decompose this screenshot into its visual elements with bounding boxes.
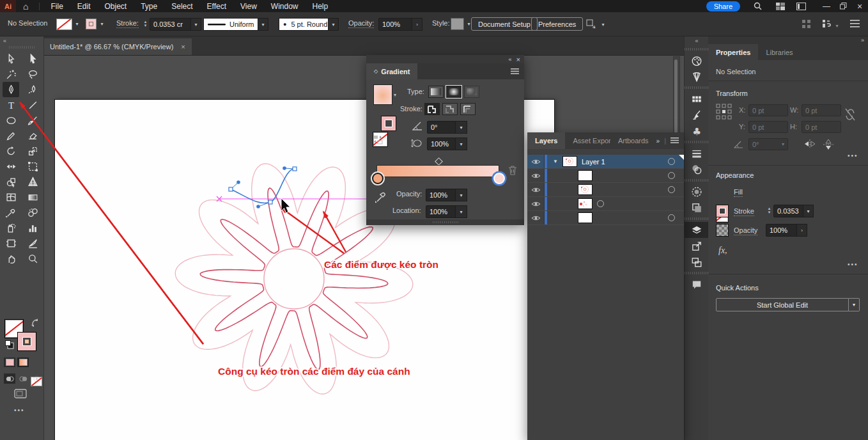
tool-hand[interactable] xyxy=(3,251,19,266)
fill-color-swatch[interactable] xyxy=(86,19,97,29)
tool-shape-builder[interactable] xyxy=(3,174,19,189)
tool-type[interactable]: T xyxy=(3,97,19,113)
reference-point-icon[interactable] xyxy=(716,104,732,122)
appearance-stroke-label[interactable]: Stroke xyxy=(734,207,754,216)
collapse-properties-icon[interactable]: » xyxy=(861,37,864,43)
stroke-weight-label[interactable]: Stroke: xyxy=(116,19,139,28)
start-global-edit-button[interactable]: Start Global Edit xyxy=(716,298,849,311)
tool-curvature[interactable] xyxy=(24,82,41,97)
tab-artboards[interactable]: Artboards xyxy=(610,132,656,149)
tool-mesh[interactable] xyxy=(3,189,19,205)
layer-row[interactable] xyxy=(527,211,684,225)
tool-slice[interactable] xyxy=(24,235,41,251)
share-button[interactable]: Share xyxy=(706,1,740,12)
handle-point[interactable] xyxy=(283,166,286,170)
dock-brushes-icon[interactable] xyxy=(685,107,709,123)
menu-edit[interactable]: Edit xyxy=(70,0,98,12)
appearance-fill-label[interactable]: Fill xyxy=(734,188,743,197)
dock-gradient-icon[interactable] xyxy=(685,184,709,200)
layer-name[interactable]: Layer 1 xyxy=(582,158,605,166)
dock-grip[interactable] xyxy=(685,272,710,274)
tool-eyedropper[interactable] xyxy=(3,205,19,220)
location-dropdown-icon[interactable]: ▾ xyxy=(455,205,467,218)
tab-libraries[interactable]: Libraries xyxy=(758,44,800,60)
dock-appearance-icon[interactable] xyxy=(685,200,709,216)
width-profile-field[interactable]: Uniform xyxy=(203,18,266,31)
menu-file[interactable]: File xyxy=(43,0,70,12)
gradient-midpoint-marker[interactable] xyxy=(435,157,443,166)
gradient-opacity-dropdown-icon[interactable]: ▾ xyxy=(455,189,467,201)
tool-line-segment[interactable] xyxy=(24,97,41,113)
appearance-stroke-swatch[interactable] xyxy=(716,205,729,217)
panel-menu-icon[interactable] xyxy=(511,63,524,79)
bezier-edit-path[interactable] xyxy=(229,166,297,208)
layer-row[interactable] xyxy=(527,197,684,211)
touch-workspace-icon[interactable] xyxy=(802,20,810,28)
handle-point[interactable] xyxy=(236,180,240,184)
app-logo[interactable]: Ai xyxy=(0,0,16,12)
color-mode-button[interactable] xyxy=(4,358,15,367)
dock-color-guide-icon[interactable] xyxy=(685,68,709,84)
layer-target-icon[interactable] xyxy=(668,172,675,179)
dock-swatches-icon[interactable] xyxy=(685,91,709,107)
draw-behind-mode-icon[interactable] xyxy=(17,373,29,384)
transform-more-options-icon[interactable]: ••• xyxy=(848,152,858,159)
angle-dropdown-icon[interactable]: ▾ xyxy=(455,121,467,134)
flip-horizontal-icon[interactable] xyxy=(804,139,816,150)
visibility-eye-icon[interactable] xyxy=(527,183,545,196)
menu-window[interactable]: Window xyxy=(264,0,306,12)
gradient-stop-right[interactable] xyxy=(493,173,505,184)
tool-direct-selection[interactable] xyxy=(24,51,41,67)
menu-object[interactable]: Object xyxy=(98,0,134,12)
tool-rotate[interactable] xyxy=(3,143,19,159)
global-edit-dropdown-icon[interactable]: ▾ xyxy=(849,298,860,311)
workspace-switcher-icon[interactable] xyxy=(772,0,789,12)
tool-ellipse[interactable] xyxy=(3,113,19,128)
gradient-slider-bar[interactable] xyxy=(376,165,499,177)
dock-grip[interactable] xyxy=(685,141,710,143)
delete-stop-icon[interactable] xyxy=(508,165,517,177)
expand-layer-icon[interactable]: ▼ xyxy=(548,159,562,164)
dock-grip[interactable] xyxy=(685,48,710,51)
collapse-panel-icon[interactable]: « xyxy=(509,56,512,63)
tool-perspective-grid[interactable] xyxy=(24,174,41,189)
document-setup-button[interactable]: Document Setup xyxy=(471,17,538,31)
layer-target-icon[interactable] xyxy=(668,214,675,221)
panel-stroke-swatch[interactable] xyxy=(381,116,396,131)
panel-layout-icon[interactable] xyxy=(793,0,809,12)
stroke-weight-field[interactable]: 0.0353 cr xyxy=(150,18,197,31)
style-swatch[interactable] xyxy=(451,18,464,30)
opacity-label[interactable]: Opacity: xyxy=(348,19,374,28)
reverse-gradient-icon[interactable] xyxy=(373,135,383,146)
document-tab[interactable]: Untitled-1* @ 66.67 % (CMYK/Preview) × xyxy=(43,38,192,55)
stroke-weight-stepper[interactable]: ▲▼ xyxy=(142,18,149,29)
layer-target-icon[interactable] xyxy=(668,186,675,193)
stroke-weight-dropdown-icon[interactable]: ▾ xyxy=(190,18,201,31)
h-field[interactable]: 0 pt xyxy=(802,121,841,133)
tool-column-graph[interactable] xyxy=(24,220,41,235)
tool-pen[interactable] xyxy=(3,82,19,97)
flip-vertical-icon[interactable] xyxy=(823,139,833,151)
dock-comments-icon[interactable] xyxy=(685,276,709,292)
gradient-mode-button[interactable] xyxy=(17,358,29,367)
close-panel-icon[interactable]: × xyxy=(516,56,520,63)
constrain-proportions-icon[interactable] xyxy=(844,107,856,123)
appearance-opacity-label[interactable]: Opacity xyxy=(734,226,757,235)
tool-selection[interactable] xyxy=(3,51,19,67)
layer-name[interactable] xyxy=(597,200,613,207)
stroke-across-button[interactable] xyxy=(460,103,476,115)
layer-thumbnail[interactable] xyxy=(578,184,593,195)
visibility-eye-icon[interactable] xyxy=(527,169,545,182)
stroke-swatch[interactable] xyxy=(17,332,36,351)
visibility-eye-icon[interactable] xyxy=(527,155,545,168)
tool-paintbrush[interactable] xyxy=(24,113,41,128)
tool-scale[interactable] xyxy=(24,143,41,159)
visibility-eye-icon[interactable] xyxy=(527,197,545,210)
close-button[interactable]: × xyxy=(851,0,868,12)
layer-thumbnail[interactable] xyxy=(578,170,593,181)
dock-artboards-icon[interactable] xyxy=(685,254,709,270)
menu-type[interactable]: Type xyxy=(134,0,164,12)
home-icon[interactable]: ⌂ xyxy=(16,0,35,12)
menu-effect[interactable]: Effect xyxy=(200,0,233,12)
layer-thumbnail[interactable] xyxy=(578,212,593,223)
